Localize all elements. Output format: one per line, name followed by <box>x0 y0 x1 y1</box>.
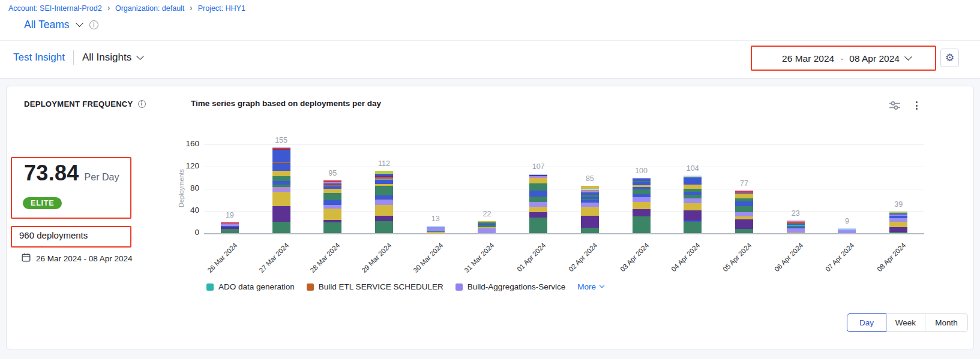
bar-segment <box>323 193 341 200</box>
bar-segment <box>581 228 599 233</box>
bar-segment <box>529 218 547 233</box>
bar-segment <box>375 216 393 221</box>
bar-segment <box>323 200 341 204</box>
bar-segment <box>427 232 445 233</box>
bar-segment <box>684 185 702 189</box>
bar-segment <box>427 227 445 231</box>
team-selector-label[interactable]: All Teams <box>24 19 70 31</box>
bar-02-apr-2024[interactable] <box>581 186 599 233</box>
breadcrumb-separator-icon: › <box>107 3 109 13</box>
insight-scope-label: All Insights <box>82 52 131 64</box>
granularity-month-button[interactable]: Month <box>925 313 968 332</box>
team-info-icon[interactable] <box>89 20 98 29</box>
bar-05-apr-2024[interactable] <box>735 191 753 233</box>
filter-sliders-icon[interactable] <box>888 101 901 113</box>
date-range-separator: - <box>840 53 843 64</box>
bar-27-mar-2024[interactable] <box>272 147 290 233</box>
breadcrumb-separator-icon: › <box>190 3 192 13</box>
legend-swatch-icon <box>307 283 314 291</box>
bar-segment <box>375 200 393 204</box>
bar-30-mar-2024[interactable] <box>427 226 445 233</box>
granularity-toggle: DayWeekMonth <box>847 313 968 332</box>
bar-segment <box>272 206 290 222</box>
bar-segment <box>375 186 393 195</box>
widget-date-range: 26 Mar 2024 - 08 Apr 2024 <box>22 253 133 264</box>
legend-swatch-icon <box>206 283 214 291</box>
bar-segment <box>684 210 702 221</box>
bar-segment <box>684 198 702 203</box>
insight-scope-dropdown[interactable]: All Insights <box>82 52 143 64</box>
chevron-down-icon <box>904 53 912 61</box>
metric-row: 73.84 Per Day <box>24 161 119 186</box>
bar-segment <box>889 232 907 233</box>
insight-name-link[interactable]: Test Insight <box>13 52 65 64</box>
legend-label: Build ETL SERVICE SCHEDULER <box>319 282 443 291</box>
legend-item[interactable]: Build-Aggregations-Service <box>455 282 566 291</box>
calendar-icon <box>22 253 31 264</box>
legend-item[interactable]: ADO data generation <box>206 282 295 291</box>
bar-07-apr-2024[interactable] <box>838 228 856 233</box>
bar-03-apr-2024[interactable] <box>633 178 651 234</box>
legend-more-link[interactable]: More <box>577 282 604 291</box>
bar-segment <box>375 221 393 233</box>
bar-segment <box>529 207 547 212</box>
bar-segment <box>272 171 290 176</box>
bar-segment <box>529 191 547 197</box>
date-range-end: 08 Apr 2024 <box>849 53 900 64</box>
chevron-down-icon <box>136 52 144 60</box>
bar-segment <box>221 229 239 233</box>
rating-badge: ELITE <box>23 197 62 209</box>
bar-segment <box>272 176 290 181</box>
gear-icon: ⚙ <box>945 53 954 63</box>
chart-legend: ADO data generationBuild ETL SERVICE SCH… <box>206 282 604 291</box>
breadcrumb-account-link[interactable]: Account: SEI-Internal-Prod2 <box>8 4 102 13</box>
bar-segment <box>633 216 651 233</box>
chevron-down-icon <box>600 282 604 287</box>
granularity-week-button[interactable]: Week <box>886 313 925 332</box>
bar-04-apr-2024[interactable] <box>684 176 702 233</box>
bar-26-mar-2024[interactable] <box>221 222 239 233</box>
bar-31-mar-2024[interactable] <box>478 221 496 233</box>
bar-segment <box>787 233 805 233</box>
metric-value: 73.84 <box>24 161 79 186</box>
chart-title: Time series graph based on deployments p… <box>191 99 381 108</box>
divider <box>73 50 74 65</box>
legend-label: ADO data generation <box>218 282 295 291</box>
chevron-down-icon[interactable] <box>76 19 83 27</box>
metric-unit: Per Day <box>85 172 119 183</box>
settings-button[interactable]: ⚙ <box>940 49 959 67</box>
bar-08-apr-2024[interactable] <box>889 212 907 233</box>
bar-segment <box>323 209 341 220</box>
bar-segment <box>272 163 290 171</box>
bar-29-mar-2024[interactable] <box>375 171 393 233</box>
breadcrumb: Account: SEI-Internal-Prod2 › Organizati… <box>8 4 245 13</box>
widget-info-icon[interactable] <box>138 100 146 108</box>
bar-segment <box>529 212 547 218</box>
team-selector[interactable]: All Teams <box>24 19 98 31</box>
bar-segment <box>272 150 290 161</box>
bar-segment <box>838 230 856 233</box>
granularity-day-button[interactable]: Day <box>847 313 886 332</box>
legend-label: Build-Aggregations-Service <box>467 282 566 291</box>
bar-segment <box>787 228 805 233</box>
bar-segment <box>633 189 651 194</box>
bar-segment <box>735 201 753 206</box>
date-range-picker[interactable]: 26 Mar 2024 - 08 Apr 2024 <box>758 47 935 70</box>
more-options-kebab-icon[interactable] <box>912 99 921 111</box>
bar-segment <box>272 222 290 233</box>
bar-segment <box>735 212 753 216</box>
legend-item[interactable]: Build ETL SERVICE SCHEDULER <box>307 282 443 291</box>
bar-28-mar-2024[interactable] <box>323 180 341 233</box>
bar-segment <box>529 197 547 202</box>
bar-segment <box>581 207 599 216</box>
bar-segment <box>684 222 702 233</box>
breadcrumb-project-link[interactable]: Project: HHY1 <box>198 4 245 13</box>
widget-date-range-label: 26 Mar 2024 - 08 Apr 2024 <box>36 254 133 263</box>
breadcrumb-organization-link[interactable]: Organization: default <box>115 4 184 13</box>
bar-01-apr-2024[interactable] <box>529 174 547 233</box>
bar-segment <box>581 203 599 207</box>
bar-06-apr-2024[interactable] <box>787 221 805 233</box>
total-deployments: 960 deployments <box>19 230 88 240</box>
bar-segment <box>684 177 702 184</box>
legend-swatch-icon <box>455 283 463 291</box>
